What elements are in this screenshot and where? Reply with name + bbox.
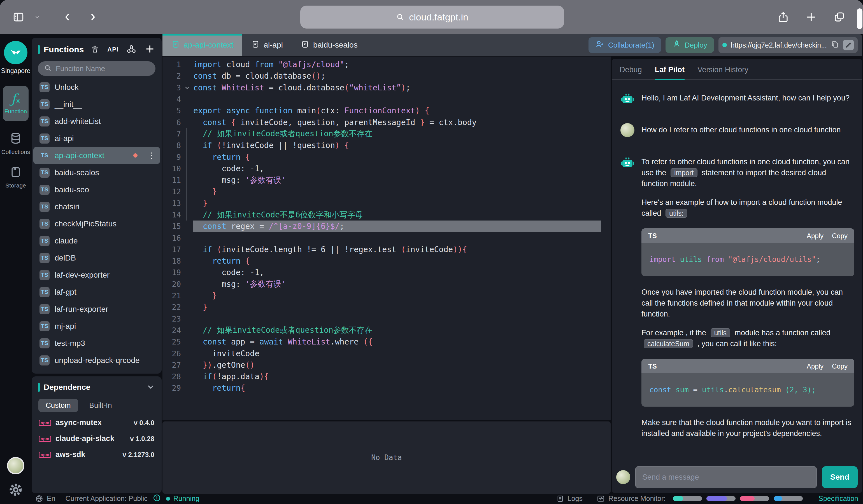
- forward-icon[interactable]: [87, 12, 98, 22]
- tab-overview-icon[interactable]: [833, 11, 845, 23]
- new-tab-icon[interactable]: [805, 11, 817, 23]
- editor-tab-label: ai-api: [264, 41, 283, 50]
- function-item[interactable]: TSUnlock: [33, 79, 160, 96]
- copy-icon[interactable]: [831, 40, 839, 50]
- dependence-item[interactable]: npmaws-sdkv 2.1273.0: [32, 447, 162, 463]
- functions-panel: Functions API: [32, 38, 162, 374]
- apply-button[interactable]: Apply: [807, 361, 824, 372]
- collapse-chevron-icon[interactable]: [146, 382, 155, 392]
- function-search[interactable]: [38, 61, 155, 76]
- editor-tab-baidu-sealos[interactable]: baidu-sealos: [292, 34, 367, 56]
- function-item[interactable]: TSlaf-gpt: [33, 284, 160, 300]
- edit-icon[interactable]: [843, 40, 854, 50]
- back-icon[interactable]: [62, 12, 73, 22]
- function-item[interactable]: TSadd-whiteList: [33, 113, 160, 130]
- package-name: claude-api-slack: [55, 434, 114, 443]
- send-button[interactable]: Send: [822, 466, 858, 488]
- message-paragraph: Once you have imported the cloud functio…: [641, 287, 854, 320]
- code-lang-label: TS: [648, 230, 657, 241]
- dependence-list: npmasync-mutexv 0.4.0npmclaude-api-slack…: [32, 415, 162, 463]
- function-item[interactable]: TSunpload-redpack-qrcode: [33, 352, 160, 369]
- editor-tab-ap-api-context[interactable]: ap-api-context: [162, 34, 242, 56]
- function-item[interactable]: TScheckMjPicStatus: [33, 215, 160, 232]
- assistant-tab-debug[interactable]: Debug: [620, 65, 642, 80]
- resource-bar-fill: [740, 496, 754, 501]
- language-switch[interactable]: En: [35, 494, 55, 503]
- resource-bar: [673, 496, 702, 501]
- function-item[interactable]: TSchatsiri: [33, 198, 160, 215]
- accent-bar: [38, 383, 40, 392]
- settings-gear-icon[interactable]: [9, 483, 23, 498]
- code-text: }: [193, 186, 601, 197]
- user-avatar[interactable]: [7, 457, 24, 474]
- code-text: export async function main(ctx: Function…: [193, 105, 601, 116]
- function-item[interactable]: TS__init__: [33, 96, 160, 113]
- address-bar[interactable]: cloud.fatgpt.in: [300, 5, 564, 28]
- function-item[interactable]: TSclaude: [33, 232, 160, 249]
- rail-item-collections[interactable]: Collections: [1, 132, 30, 155]
- info-icon[interactable]: [153, 494, 161, 504]
- collaborate-button[interactable]: Collaborate(1): [588, 37, 661, 53]
- logs-button[interactable]: Logs: [556, 494, 583, 503]
- code-block: TSApplyCopyconst sum = utils.calculatesu…: [641, 359, 854, 406]
- function-url-pill[interactable]: https://qjq7e2.laf.dev/checkin...: [718, 37, 858, 53]
- apply-button[interactable]: Apply: [807, 230, 824, 241]
- code-editor[interactable]: 1import cloud from "@lafjs/cloud";2const…: [162, 56, 611, 420]
- webhook-icon[interactable]: [126, 44, 136, 55]
- typescript-badge: TS: [39, 99, 50, 109]
- function-item[interactable]: TSap-api-context⋮: [33, 147, 160, 164]
- deploy-button[interactable]: Deploy: [665, 37, 714, 53]
- chat-message-input[interactable]: [635, 466, 817, 488]
- api-docs-icon[interactable]: API: [107, 46, 118, 53]
- editor-tab-ai-api[interactable]: ai-api: [242, 34, 291, 56]
- function-name: baidu-seo: [54, 185, 89, 194]
- copy-button[interactable]: Copy: [832, 230, 848, 241]
- dep-tab-custom[interactable]: Custom: [38, 399, 78, 412]
- specification-link[interactable]: Specification: [818, 494, 858, 503]
- code-text: }: [193, 197, 601, 209]
- message-text: Make sure that the cloud function module…: [641, 418, 851, 438]
- rail-item-storage[interactable]: Storage: [5, 166, 26, 189]
- line-number: 6: [162, 118, 181, 127]
- laf-app: Singapore ƒx Function Collections Storag…: [0, 34, 863, 504]
- message-text: module has a function called: [733, 328, 830, 337]
- share-icon[interactable]: [777, 11, 789, 23]
- trash-icon[interactable]: [90, 44, 99, 54]
- rail-item-function[interactable]: ƒx Function: [3, 86, 28, 121]
- chevron-down-icon[interactable]: [34, 14, 40, 20]
- function-item[interactable]: TSai-api: [33, 130, 160, 147]
- inline-code-chip: utils: [711, 328, 730, 337]
- copy-button[interactable]: Copy: [832, 361, 848, 372]
- line-number: 15: [162, 222, 181, 231]
- laf-logo[interactable]: [4, 41, 27, 64]
- typescript-badge: TS: [39, 287, 50, 297]
- code-text: // 如果inviteCode或者question参数不存在: [193, 325, 601, 336]
- editor-tab-label: ap-api-context: [184, 41, 233, 50]
- function-item[interactable]: TStest-mp3: [33, 335, 160, 352]
- dep-tab-builtin[interactable]: Built-In: [89, 401, 112, 410]
- function-name: laf-run-exporter: [54, 305, 108, 314]
- function-item[interactable]: TSdelDB: [33, 249, 160, 267]
- function-item[interactable]: TSbaidu-sealos: [33, 164, 160, 181]
- assistant-tab-version-history[interactable]: Version History: [698, 65, 748, 80]
- more-menu-icon[interactable]: ⋮: [148, 152, 155, 159]
- scrollbar-thumb[interactable]: [857, 9, 862, 29]
- dependence-item[interactable]: npmclaude-api-slackv 1.0.28: [32, 431, 162, 447]
- function-url-text: https://qjq7e2.laf.dev/checkin...: [731, 41, 827, 49]
- function-item[interactable]: TSbaidu-seo: [33, 181, 160, 198]
- sidebar-toggle-icon[interactable]: [12, 11, 25, 23]
- code-line: 15 const regex = /^[a-z0-9]{6}$/;: [162, 220, 611, 232]
- code-line: 27 }).getOne(): [162, 359, 611, 371]
- assistant-tab-laf-pilot[interactable]: Laf Pilot: [655, 65, 685, 80]
- line-number: 14: [162, 210, 181, 219]
- package-name: async-mutex: [55, 418, 102, 427]
- function-item[interactable]: TSmj-api: [33, 318, 160, 335]
- database-icon: [9, 132, 22, 146]
- dependence-title: Dependence: [44, 383, 90, 392]
- dependence-item[interactable]: npmasync-mutexv 0.4.0: [32, 415, 162, 431]
- function-item[interactable]: TSlaf-dev-exporter: [33, 267, 160, 284]
- fold-chevron-icon[interactable]: [181, 84, 193, 91]
- add-function-icon[interactable]: [144, 43, 155, 56]
- function-search-input[interactable]: [56, 64, 149, 73]
- function-item[interactable]: TSlaf-run-exporter: [33, 300, 160, 318]
